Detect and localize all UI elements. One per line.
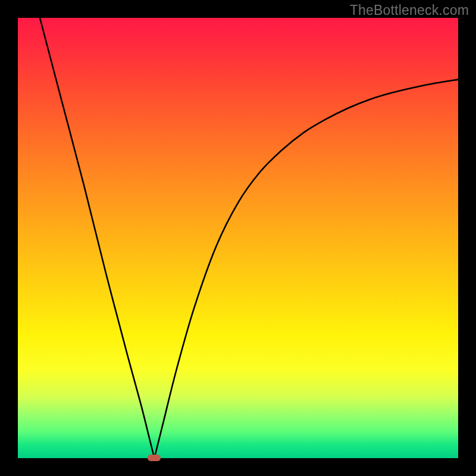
chart-frame: TheBottleneck.com xyxy=(0,0,476,476)
minimum-marker xyxy=(148,455,161,461)
bottleneck-curve xyxy=(18,18,458,458)
plot-area xyxy=(18,18,458,458)
curve-path xyxy=(40,18,458,458)
watermark-label: TheBottleneck.com xyxy=(350,2,469,18)
